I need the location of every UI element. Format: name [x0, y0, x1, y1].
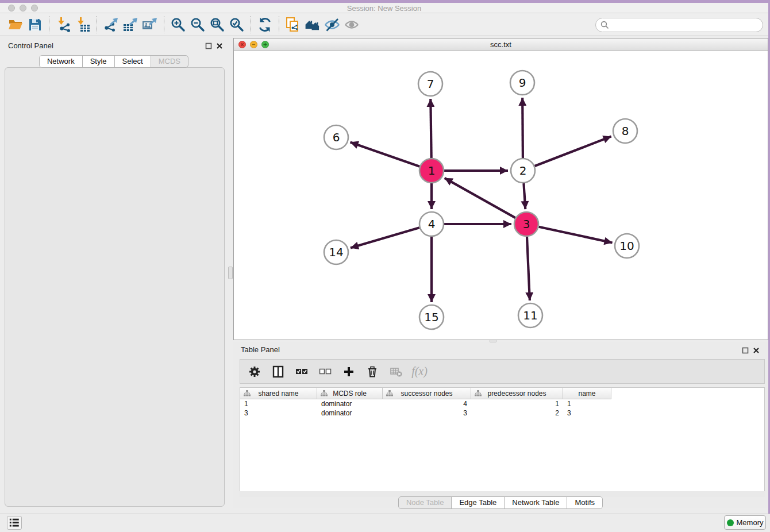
zoom-out-icon[interactable] — [188, 16, 207, 34]
float-panel-icon[interactable] — [742, 347, 749, 354]
node-3[interactable]: 3 — [514, 212, 538, 236]
close-panel-icon[interactable] — [753, 347, 760, 354]
network-canvas[interactable]: 7968124314101511 — [234, 51, 768, 340]
trash-icon[interactable] — [365, 364, 380, 379]
column-tree-icon — [321, 390, 328, 398]
node-10[interactable]: 10 — [615, 234, 639, 258]
edge-1-6[interactable] — [351, 142, 420, 167]
node-9[interactable]: 9 — [510, 71, 534, 95]
column-header-label: predecessor nodes — [487, 390, 546, 398]
open-folder-icon[interactable] — [6, 16, 25, 34]
tab-motifs[interactable]: Motifs — [567, 496, 603, 509]
edge-2-8[interactable] — [535, 136, 611, 166]
table-cell[interactable]: 3 — [563, 408, 611, 418]
node-11[interactable]: 11 — [518, 303, 542, 327]
tab-mcds[interactable]: MCDS — [151, 55, 188, 68]
column-header-name[interactable]: name — [563, 388, 611, 399]
edge-1-7[interactable] — [430, 99, 431, 158]
table-toolbar: f(x) — [240, 359, 765, 384]
column-tree-icon — [475, 390, 482, 398]
vertical-splitter-handle[interactable] — [228, 267, 233, 279]
refresh-icon[interactable] — [255, 16, 275, 34]
node-7[interactable]: 7 — [418, 72, 442, 96]
save-icon[interactable] — [25, 16, 45, 34]
export-table-icon[interactable] — [121, 16, 140, 34]
tab-node-table[interactable]: Node Table — [398, 496, 452, 509]
node-4[interactable]: 4 — [419, 212, 444, 236]
table-cell[interactable]: 4 — [383, 399, 471, 408]
hide-eye-icon[interactable] — [322, 16, 342, 34]
export-network-icon[interactable] — [101, 16, 121, 34]
edge-3-11[interactable] — [527, 237, 530, 300]
node-2[interactable]: 2 — [511, 159, 535, 183]
control-panel-tabs: NetworkStyleSelectMCDS — [0, 55, 228, 68]
edge-3-1[interactable] — [445, 178, 515, 218]
node-8[interactable]: 8 — [613, 119, 637, 143]
edge-2-9[interactable] — [522, 98, 523, 158]
column-tree-icon — [386, 390, 393, 398]
node-table[interactable]: shared nameMCDS rolesuccessor nodesprede… — [240, 387, 765, 491]
memory-button[interactable]: Memory — [724, 515, 766, 530]
table-cell[interactable]: dominator — [317, 399, 383, 408]
column-header-label: shared name — [258, 390, 298, 398]
tab-select[interactable]: Select — [114, 55, 151, 68]
table-row[interactable]: 3dominator323 — [240, 408, 764, 418]
search-input[interactable] — [609, 20, 763, 31]
show-eye-icon[interactable] — [342, 16, 361, 34]
home-pair-icon[interactable] — [303, 16, 322, 34]
table-row[interactable]: 1dominator411 — [240, 399, 764, 408]
table-cell[interactable]: 3 — [240, 408, 317, 418]
node-15[interactable]: 15 — [419, 305, 444, 329]
svg-text:4: 4 — [428, 217, 436, 231]
zoom-fit-icon[interactable] — [207, 16, 227, 34]
tab-style[interactable]: Style — [82, 55, 115, 68]
toolbar-icon-groups — [6, 16, 361, 34]
gear-icon[interactable] — [247, 364, 262, 379]
column-header-predecessor-nodes[interactable]: predecessor nodes — [471, 388, 563, 399]
import-network-icon[interactable] — [53, 16, 73, 34]
zoom-in-icon[interactable] — [168, 16, 188, 34]
window-title: Session: New Session — [0, 4, 768, 13]
tab-edge-table[interactable]: Edge Table — [451, 496, 505, 509]
table-header-row: shared nameMCDS rolesuccessor nodesprede… — [240, 388, 764, 399]
svg-text:1: 1 — [428, 164, 436, 178]
svg-text:6: 6 — [333, 130, 340, 144]
table-cell[interactable]: 1 — [563, 399, 611, 408]
tab-network-table[interactable]: Network Table — [504, 496, 567, 509]
edge-4-14[interactable] — [351, 228, 419, 248]
table-cell[interactable]: 3 — [383, 408, 471, 418]
column-header-successor-nodes[interactable]: successor nodes — [383, 388, 471, 399]
toolbar-separator — [164, 16, 164, 33]
list-icon — [9, 517, 20, 529]
fx-icon[interactable]: f(x) — [412, 364, 427, 379]
toolbar-separator — [251, 16, 251, 33]
tab-network[interactable]: Network — [39, 55, 83, 68]
toolbar-separator — [279, 16, 279, 33]
export-image-icon[interactable] — [140, 16, 160, 34]
table-panel: Table Panel f(x) shared nameMCDS rolesuc… — [233, 342, 768, 508]
task-history-button[interactable] — [7, 516, 22, 530]
import-table-icon[interactable] — [73, 16, 93, 34]
columns-icon[interactable] — [271, 364, 286, 379]
table-cell[interactable]: 1 — [240, 399, 317, 408]
table-cell[interactable]: 2 — [471, 408, 563, 418]
node-6[interactable]: 6 — [324, 125, 348, 149]
close-panel-icon[interactable] — [216, 43, 223, 49]
deselect-all-icon[interactable] — [318, 364, 333, 379]
node-1[interactable]: 1 — [419, 159, 444, 183]
delete-table-icon[interactable] — [388, 364, 403, 379]
zoom-selected-icon[interactable] — [227, 16, 247, 34]
add-icon[interactable] — [341, 364, 356, 379]
edge-3-10[interactable] — [539, 227, 613, 243]
float-panel-icon[interactable] — [205, 43, 212, 49]
search-box[interactable] — [595, 18, 763, 32]
mcds-panel-body — [5, 67, 225, 507]
column-header-MCDS-role[interactable]: MCDS role — [317, 388, 383, 399]
edge-2-3[interactable] — [523, 183, 525, 209]
select-all-icon[interactable] — [294, 364, 309, 379]
column-header-shared-name[interactable]: shared name — [240, 388, 317, 399]
table-cell[interactable]: dominator — [317, 408, 383, 418]
node-14[interactable]: 14 — [324, 240, 348, 264]
clone-network-icon[interactable] — [283, 16, 303, 34]
table-cell[interactable]: 1 — [471, 399, 563, 408]
